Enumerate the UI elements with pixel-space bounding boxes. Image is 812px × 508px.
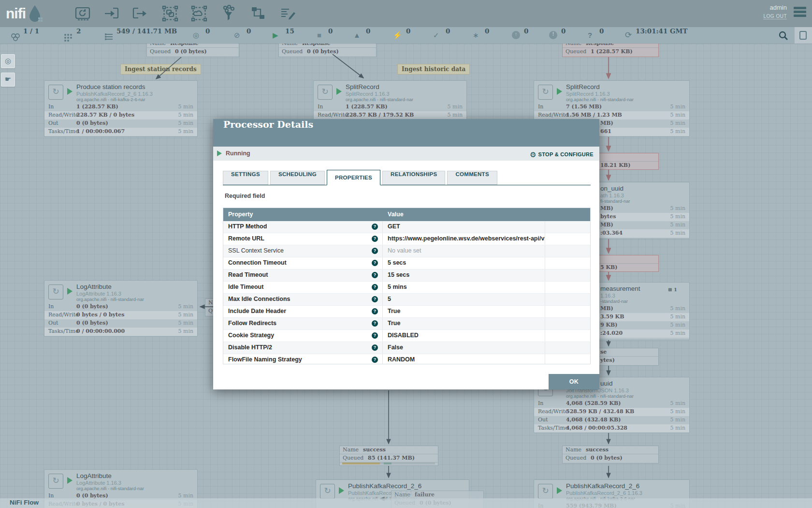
counter-badge: ⊞ 1 (668, 287, 677, 292)
running-icon (336, 88, 342, 95)
property-row: Follow Redirects?True (223, 318, 590, 330)
stat-row: In1 (228.57 KB)5 min (314, 103, 466, 111)
stat-row: Read/Write228.57 KB / 179.52 KB5 min (314, 111, 466, 120)
locally-modified-icon: ∗ (473, 27, 479, 44)
help-icon[interactable]: ? (372, 272, 378, 278)
locally-modified-stale-icon: ! (549, 31, 557, 39)
stat-row: Tasks/Time4,068 / 00:00:05.3285 min (534, 424, 689, 433)
help-icon[interactable]: ? (372, 344, 378, 351)
processor-icon: ↻ (538, 484, 553, 499)
running-status-icon (217, 150, 222, 156)
label-icon[interactable] (278, 4, 297, 23)
help-icon[interactable]: ? (372, 248, 378, 254)
processor-name: LogAttribute (76, 283, 112, 290)
stat-row: In1 (228.57 KB)5 min (44, 103, 197, 111)
processor-icon: ↻ (538, 85, 553, 100)
processor-type: PublishKafkaRecord_2_6 1.16.3 (76, 91, 153, 97)
not-transmitting-icon: ⊘ (234, 27, 240, 44)
property-row: SSL Context Service?No value set (223, 245, 590, 257)
stat-row: Out4,068 (432.48 KB)5 min (534, 416, 689, 424)
bulletin-panel-toggle[interactable] (795, 27, 812, 44)
transmitting-icon: ◎ (193, 27, 199, 44)
operate-icon: ☛ (5, 75, 11, 83)
queued-icon (104, 31, 114, 47)
output-port-icon[interactable] (131, 4, 150, 23)
app-header: nifi admin LOG OUT (0, 0, 812, 27)
help-icon[interactable]: ? (372, 236, 378, 242)
input-port-icon[interactable] (102, 4, 121, 23)
running-icon (557, 487, 562, 494)
tab-relationships[interactable]: RELATIONSHIPS (382, 171, 445, 185)
logout-link[interactable]: LOG OUT (763, 14, 787, 19)
operate-palette-button[interactable]: ☛ (1, 73, 15, 87)
processor-logattribute-mid[interactable]: ↻ LogAttribute LogAttribute 1.16.3 org.a… (44, 280, 198, 337)
flow-label-ingest-historic-data[interactable]: Ingest historic data (397, 64, 470, 75)
processor-bundle: org.apache.nifi - nifi-kafka-2-6-nar (76, 97, 145, 102)
search-icon[interactable] (778, 30, 789, 41)
processor-name: Produce station records (76, 83, 145, 90)
ok-button[interactable]: OK (549, 374, 599, 389)
process-group-icon[interactable] (161, 4, 179, 23)
processor-name: LogAttribute (76, 472, 112, 479)
processor-name: SplitRecord (346, 83, 379, 90)
template-icon[interactable] (249, 4, 267, 23)
tab-comments[interactable]: COMMENTS (447, 171, 497, 185)
help-icon[interactable]: ? (372, 284, 378, 290)
global-menu-icon[interactable] (794, 7, 806, 17)
sync-failure-count: 0 (599, 27, 604, 44)
gear-icon: ⚙ (530, 150, 536, 159)
help-icon[interactable]: ? (372, 320, 378, 327)
refresh-icon[interactable]: ⟳ (625, 27, 632, 44)
processor-produce-station-records[interactable]: ↻ Produce station records PublishKafkaRe… (44, 80, 198, 137)
tab-properties[interactable]: PROPERTIES (327, 170, 380, 185)
running-status-label: Running (226, 150, 250, 157)
funnel-icon[interactable] (219, 4, 238, 23)
logo-drop-icon (28, 4, 44, 23)
tab-scheduling[interactable]: SCHEDULING (270, 171, 325, 185)
dialog-title: Processor Details (223, 119, 313, 130)
processor-type: LogAttribute 1.16.3 (76, 291, 121, 297)
connection-label-success-center[interactable]: Namesuccess Queued85 (141.37 MB) (339, 446, 438, 466)
remote-process-group-icon[interactable] (190, 4, 208, 23)
stat-row: Out0 (0 bytes)5 min (44, 319, 197, 328)
processor-bundle: org.apache.nifi - nifi-standard-nar (566, 393, 634, 399)
logo-text: nifi (6, 5, 26, 22)
connection-label-success-right[interactable]: Namesuccess Queued0 (0 bytes) (562, 446, 659, 463)
property-row: Idle Timeout?5 mins (223, 282, 590, 294)
flow-label-ingest-station-records[interactable]: Ingest station records (120, 64, 201, 75)
help-icon[interactable]: ? (372, 296, 378, 302)
status-bar: 1 / 1 2 549 / 141.71 MB ◎ 0 ⊘ 0 ▶ 15 ■ 0… (0, 27, 812, 44)
stat-row: Read/Write1.56 MB / 1.23 MB5 min (534, 111, 689, 120)
help-icon[interactable]: ? (372, 308, 378, 314)
disabled-count-icon: ⚡ (393, 27, 402, 44)
breadcrumb[interactable]: NiFi Flow (10, 499, 39, 506)
stat-row: In7 (1.56 MB)5 min (534, 103, 689, 111)
processor-name: on_uuid (600, 185, 624, 192)
help-icon[interactable]: ? (372, 332, 378, 339)
stat-row: Read/Write228.57 KB / 0 bytes5 min (44, 111, 197, 120)
processor-bundle: org.apache.nifi - nifi-standard-nar (566, 97, 634, 102)
help-icon[interactable]: ? (372, 224, 378, 230)
nifi-canvas[interactable]: ↻ Produce station records PublishKafkaRe… (0, 0, 812, 508)
properties-table-header: PropertyValue (223, 208, 590, 221)
running-icon (67, 288, 72, 295)
help-icon[interactable]: ? (372, 357, 378, 363)
processor-type: SplitRecord 1.16.3 (346, 91, 390, 97)
tab-settings[interactable]: SETTINGS (223, 171, 268, 185)
required-field-note: Required field (225, 193, 265, 199)
processor-type: ath 1.16.3 (600, 193, 624, 198)
processor-icon: ↻ (48, 85, 63, 100)
processor-name: PublishKafkaRecord_2_6 (348, 482, 421, 490)
dialog-status-bar: Running ⚙STOP & CONFIGURE (213, 147, 599, 161)
help-icon[interactable]: ? (372, 260, 378, 266)
property-row: Remote URL?https://www.pegelonline.wsv.d… (223, 233, 590, 245)
running-icon (67, 477, 72, 484)
processor-component-icon[interactable] (73, 4, 92, 23)
processor-icon: ↻ (320, 484, 335, 499)
transmitting-count: 0 (205, 27, 210, 44)
navigate-palette-button[interactable]: ◎ (1, 54, 15, 68)
property-row: Cookie Strategy?DISABLED (223, 330, 590, 342)
property-row: Disable HTTP/2?False (223, 342, 590, 354)
processor-type: LogAttribute 1.16.3 (76, 480, 121, 486)
stop-and-configure-button[interactable]: ⚙STOP & CONFIGURE (530, 149, 594, 159)
